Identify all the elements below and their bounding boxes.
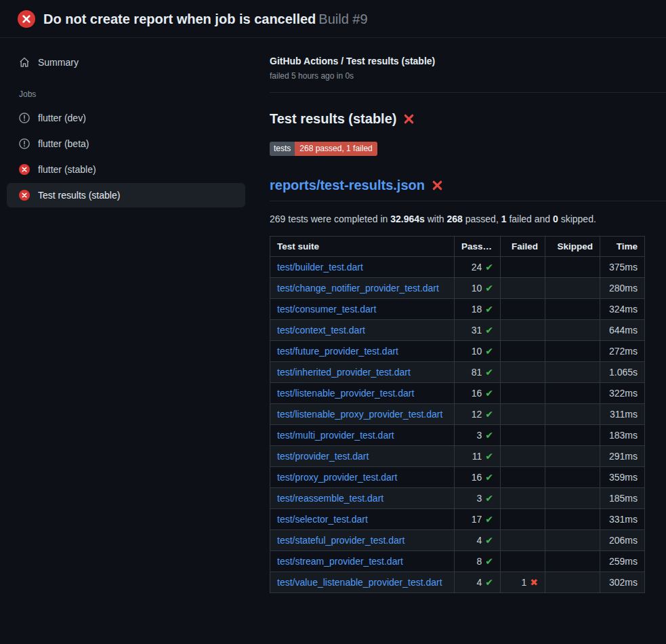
build-number: Build #9 xyxy=(318,12,367,26)
check-icon: ✔ xyxy=(485,409,493,420)
summary-text: 269 tests were completed in xyxy=(270,214,390,224)
failed-status-icon xyxy=(19,190,30,201)
passed-count: 17 xyxy=(472,514,482,525)
test-suite-link[interactable]: test/builder_test.dart xyxy=(277,262,363,273)
check-icon: ✔ xyxy=(485,304,493,315)
test-suite-link[interactable]: test/change_notifier_provider_test.dart xyxy=(277,283,439,294)
check-icon: ✔ xyxy=(485,367,493,378)
test-suite-link[interactable]: test/value_listenable_provider_test.dart xyxy=(277,577,442,588)
sidebar-item-flutter-dev[interactable]: flutter (dev) xyxy=(7,106,245,130)
section-title-text: Test results (stable) xyxy=(270,111,396,127)
time-value: 272ms xyxy=(609,346,638,357)
failed-status-icon xyxy=(19,164,30,175)
failed-count: 1 xyxy=(521,577,526,588)
test-suite-link[interactable]: test/provider_test.dart xyxy=(277,451,369,462)
section-heading: Test results (stable) xyxy=(270,111,666,127)
skipped-count xyxy=(545,488,600,509)
test-suite-link[interactable]: test/listenable_provider_test.dart xyxy=(277,388,414,399)
table-header-row: Test suite Passed Failed Skipped Time xyxy=(270,237,645,257)
main-content: GitHub Actions / Test results (stable) f… xyxy=(253,38,666,593)
passed-count: 3 xyxy=(476,430,482,441)
cross-icon: ✖ xyxy=(530,577,538,588)
check-icon: ✔ xyxy=(485,388,493,399)
check-icon: ✔ xyxy=(485,577,493,588)
check-icon: ✔ xyxy=(485,493,493,504)
badge-label: tests xyxy=(270,142,295,156)
sidebar-item-flutter-stable[interactable]: flutter (stable) xyxy=(7,157,245,182)
summary-skipped-count: 0 xyxy=(553,214,558,224)
sidebar-item-label: Summary xyxy=(38,57,79,68)
test-suite-link[interactable]: test/context_test.dart xyxy=(277,325,365,336)
sidebar-item-flutter-beta[interactable]: flutter (beta) xyxy=(7,132,245,156)
skipped-count xyxy=(545,446,600,467)
passed-count: 24 xyxy=(472,262,482,273)
sidebar-item-summary[interactable]: Summary xyxy=(7,50,245,75)
check-icon: ✔ xyxy=(485,472,493,483)
table-row: test/provider_test.dart 11✔ ✖ 291ms xyxy=(270,446,645,467)
test-suite-link[interactable]: test/listenable_proxy_provider_test.dart xyxy=(277,409,442,420)
skipped-count xyxy=(545,530,600,551)
sidebar-item-label: flutter (stable) xyxy=(38,164,96,175)
check-icon: ✔ xyxy=(485,283,493,294)
report-file-link[interactable]: reports/test-results.json xyxy=(270,178,425,193)
time-value: 322ms xyxy=(609,388,638,399)
table-row: test/listenable_provider_test.dart 16✔ ✖… xyxy=(270,383,645,404)
test-suite-link[interactable]: test/selector_test.dart xyxy=(277,514,368,525)
column-header-test-suite: Test suite xyxy=(270,237,455,257)
time-value: 280ms xyxy=(609,283,638,294)
table-row: test/reassemble_test.dart 3✔ ✖ 185ms xyxy=(270,488,645,509)
time-value: 644ms xyxy=(609,325,638,336)
skipped-count xyxy=(545,467,600,488)
test-suite-link[interactable]: test/inherited_provider_test.dart xyxy=(277,367,411,378)
table-row: test/listenable_proxy_provider_test.dart… xyxy=(270,404,645,425)
sidebar: Summary Jobs flutter (dev) flut xyxy=(0,38,253,209)
jobs-section-label: Jobs xyxy=(19,89,245,99)
test-suite-link[interactable]: test/consumer_test.dart xyxy=(277,304,376,315)
test-suite-link[interactable]: test/stream_provider_test.dart xyxy=(277,556,403,567)
skipped-count xyxy=(545,278,600,299)
passed-count: 31 xyxy=(472,325,482,336)
check-icon: ✔ xyxy=(485,514,493,525)
build-header: Do not create report when job is cancell… xyxy=(0,0,666,38)
badge-value: 268 passed, 1 failed xyxy=(295,142,377,156)
summary-failed-count: 1 xyxy=(501,214,507,224)
passed-count: 18 xyxy=(472,304,482,315)
tests-badge: tests268 passed, 1 failed xyxy=(270,142,377,156)
skipped-count xyxy=(545,404,600,425)
passed-count: 16 xyxy=(472,388,482,399)
failed-x-icon xyxy=(432,180,443,191)
test-suite-link[interactable]: test/reassemble_test.dart xyxy=(277,493,383,504)
time-value: 331ms xyxy=(609,514,638,525)
neutral-status-icon xyxy=(19,138,30,149)
skipped-count xyxy=(545,551,600,572)
time-value: 183ms xyxy=(609,430,638,441)
skipped-count xyxy=(545,320,600,341)
column-header-time: Time xyxy=(600,237,645,257)
check-icon: ✔ xyxy=(485,262,493,273)
time-value: 302ms xyxy=(609,577,638,588)
results-table: Test suite Passed Failed Skipped Time te… xyxy=(270,236,645,593)
check-icon: ✔ xyxy=(485,451,493,462)
test-suite-link[interactable]: test/future_provider_test.dart xyxy=(277,346,398,357)
report-heading: reports/test-results.json xyxy=(270,178,666,201)
table-row: test/multi_provider_test.dart 3✔ ✖ 183ms xyxy=(270,425,645,446)
sidebar-item-test-results-stable[interactable]: Test results (stable) xyxy=(7,183,245,207)
table-row: test/inherited_provider_test.dart 81✔ ✖ … xyxy=(270,362,645,383)
sidebar-item-label: flutter (dev) xyxy=(38,113,86,123)
table-row: test/proxy_provider_test.dart 16✔ ✖ 359m… xyxy=(270,467,645,488)
summary-text: with xyxy=(425,214,447,224)
passed-count: 12 xyxy=(472,409,482,420)
breadcrumb: GitHub Actions / Test results (stable) xyxy=(270,56,666,66)
build-title-text: Do not create report when job is cancell… xyxy=(43,12,316,26)
passed-count: 16 xyxy=(472,472,482,483)
test-suite-link[interactable]: test/stateful_provider_test.dart xyxy=(277,535,404,546)
skipped-count xyxy=(545,341,600,362)
table-row: test/change_notifier_provider_test.dart … xyxy=(270,278,645,299)
passed-count: 8 xyxy=(476,556,482,567)
page-title: Do not create report when job is cancell… xyxy=(43,11,368,27)
test-suite-link[interactable]: test/proxy_provider_test.dart xyxy=(277,472,397,483)
test-suite-link[interactable]: test/multi_provider_test.dart xyxy=(277,430,394,441)
column-header-failed: Failed xyxy=(501,237,545,257)
time-value: 359ms xyxy=(609,472,638,483)
skipped-count xyxy=(545,362,600,383)
